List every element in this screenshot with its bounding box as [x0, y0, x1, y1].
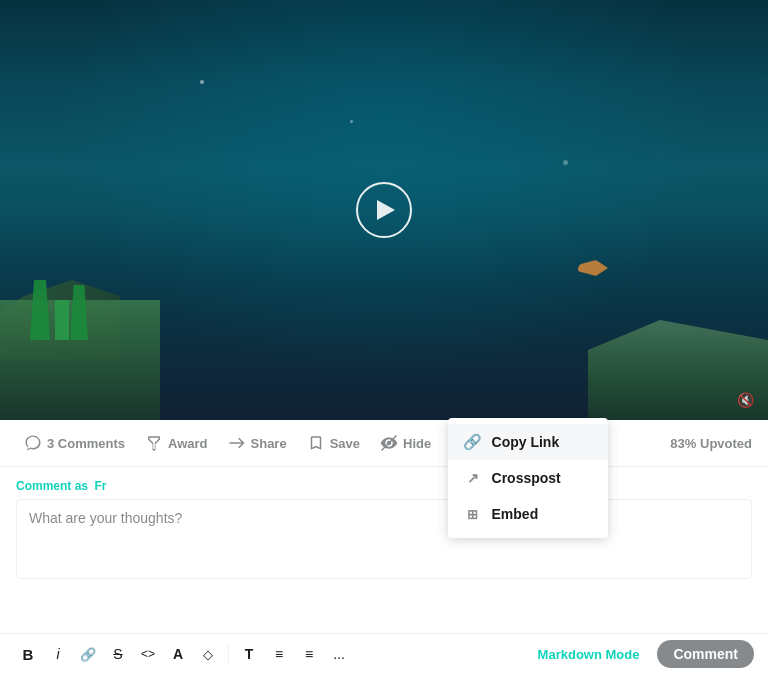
spoiler-button[interactable]: ◇	[194, 640, 222, 668]
share-label: Share	[251, 436, 287, 451]
crosspost-label: Crosspost	[492, 470, 561, 486]
share-dropdown: 🔗 Copy Link ↗ Crosspost ⊞ Embed	[448, 418, 608, 538]
comment-icon	[24, 434, 42, 452]
play-icon	[377, 200, 395, 220]
copy-link-label: Copy Link	[492, 434, 560, 450]
share-button[interactable]: Share 🔗 Copy Link ↗ Crosspost ⊞ Embed	[220, 428, 295, 458]
comment-section: Comment as Fr What are your thoughts?	[0, 467, 768, 587]
embed-label: Embed	[492, 506, 539, 522]
play-button[interactable]	[356, 182, 412, 238]
comments-button[interactable]: 3 Comments	[16, 428, 133, 458]
comment-submit-button[interactable]: Comment	[657, 640, 754, 668]
bullet-list-button[interactable]: ≡	[265, 640, 293, 668]
comment-as-label: Comment as Fr	[16, 479, 752, 493]
hide-button[interactable]: Hide	[372, 428, 439, 458]
crosspost-icon: ↗	[464, 469, 482, 487]
superscript-button[interactable]: A	[164, 640, 192, 668]
link-button[interactable]: 🔗	[74, 640, 102, 668]
username-label: Fr	[94, 479, 106, 493]
save-label: Save	[330, 436, 360, 451]
more-button[interactable]: ...	[325, 640, 353, 668]
award-button[interactable]: Award	[137, 428, 216, 458]
award-label: Award	[168, 436, 208, 451]
strikethrough-button[interactable]: S	[104, 640, 132, 668]
mc-plant2	[55, 300, 69, 340]
comment-textarea[interactable]: What are your thoughts?	[16, 499, 752, 579]
bold-button[interactable]: B	[14, 640, 42, 668]
numbered-list-button[interactable]: ≡	[295, 640, 323, 668]
action-bar: 3 Comments Award Share 🔗 Copy Link ↗ Cro…	[0, 420, 768, 467]
comment-placeholder: What are your thoughts?	[29, 510, 182, 526]
hide-icon	[380, 434, 398, 452]
markdown-mode-button[interactable]: Markdown Mode	[530, 643, 648, 666]
link-icon: 🔗	[464, 433, 482, 451]
save-icon	[307, 434, 325, 452]
embed-item[interactable]: ⊞ Embed	[448, 496, 608, 532]
hide-label: Hide	[403, 436, 431, 451]
embed-icon: ⊞	[464, 505, 482, 523]
copy-link-item[interactable]: 🔗 Copy Link	[448, 424, 608, 460]
heading-button[interactable]: T	[235, 640, 263, 668]
italic-button[interactable]: i	[44, 640, 72, 668]
toolbar-separator-1	[228, 644, 229, 664]
crosspost-item[interactable]: ↗ Crosspost	[448, 460, 608, 496]
comments-label: 3 Comments	[47, 436, 125, 451]
share-icon	[228, 434, 246, 452]
video-player[interactable]: 🔇	[0, 0, 768, 420]
upvoted-percentage: 83% Upvoted	[670, 436, 752, 451]
code-button[interactable]: <>	[134, 640, 162, 668]
volume-icon[interactable]: 🔇	[737, 392, 754, 408]
editor-toolbar: B i 🔗 S <> A ◇ T ≡ ≡ ... Markdown Mode C…	[0, 633, 768, 674]
save-button[interactable]: Save	[299, 428, 368, 458]
award-icon	[145, 434, 163, 452]
